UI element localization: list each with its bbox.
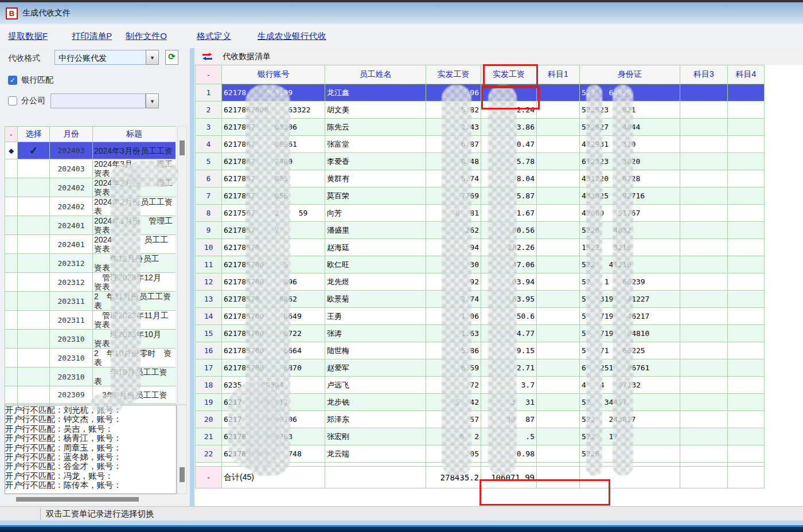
menu-extract-data[interactable]: 提取数据F <box>8 31 48 42</box>
month-list-row[interactable]: 2024012024 员工工资表 <box>5 235 176 254</box>
row-check-cell[interactable] <box>18 367 50 386</box>
format-label: 代收格式 <box>8 53 40 64</box>
row-check-cell[interactable] <box>18 386 50 404</box>
row-check-cell[interactable] <box>18 311 50 330</box>
format-dropdown-arrow-icon[interactable]: ▼ <box>146 50 159 65</box>
total-name-cell <box>325 467 426 488</box>
subject4-cell <box>728 411 765 428</box>
menu-print-list[interactable]: 打印清单P <box>72 31 112 42</box>
employee-name-cell: 龙江鑫 <box>325 84 426 101</box>
mismatch-message-panel: 开户行不匹配：刘光杭，账号：开户行不匹配：钟文杰，账号：开户行不匹配：吴吉，账号… <box>5 405 177 494</box>
subject3-cell <box>680 377 728 394</box>
subject4-cell <box>728 291 765 308</box>
filler-cell <box>537 463 580 467</box>
subject3-cell <box>680 394 728 411</box>
total-marker: - <box>196 467 222 488</box>
row-check-cell[interactable] <box>18 349 50 367</box>
table-header-6[interactable]: 身份证 <box>580 65 680 84</box>
row-indicator <box>5 330 18 349</box>
highlight-box-total-salary <box>480 479 610 506</box>
row-number: 9 <box>196 222 222 239</box>
employee-name-cell: 张涛 <box>325 325 426 342</box>
subject4-cell <box>728 170 765 187</box>
table-header-2[interactable]: 员工姓名 <box>325 65 426 84</box>
month-list-scrollbar[interactable] <box>177 126 187 405</box>
month-list-row[interactable]: 202310 理2023年10月 资表 <box>5 330 176 349</box>
month-list-row[interactable]: 2023102 年10月份零时 资表 <box>5 349 176 367</box>
branch-combobox[interactable] <box>50 93 146 108</box>
message-panel-hscrollbar[interactable] <box>5 495 187 504</box>
filler-cell <box>325 463 426 467</box>
row-number: 7 <box>196 187 222 205</box>
table-header-3[interactable]: 实发工资 <box>426 65 481 84</box>
row-check-cell[interactable] <box>18 254 50 273</box>
employee-name-cell: 龙先煜 <box>325 273 426 291</box>
format-combobox[interactable]: 中行公账代发 <box>54 50 146 65</box>
subject3-cell <box>680 101 728 119</box>
month-list-row[interactable]: ◆✓2024032024年3月份员工工资 <box>5 142 176 159</box>
month-list-row[interactable]: 202311 管理2023年11月工资表 <box>5 311 176 330</box>
month-list-row[interactable]: 2024022024年2月份员工工资表 <box>5 197 176 216</box>
menu-make-file[interactable]: 制作文件O <box>126 31 167 42</box>
month-cell: 202402 <box>50 178 93 197</box>
subject3-cell <box>680 342 728 359</box>
month-list-row[interactable]: 2023112 年11月份员工工资表 <box>5 292 176 311</box>
subject4-cell <box>728 325 765 342</box>
bank-match-checkbox[interactable]: ✓ <box>8 76 17 85</box>
subject1-cell <box>537 84 580 101</box>
menu-abc-bank-generate[interactable]: 生成农业银行代收 <box>258 31 326 42</box>
employee-name-cell: 赵爱军 <box>325 359 426 377</box>
month-list-row[interactable]: 202310 年10月员工工资表 <box>5 367 176 386</box>
row-check-cell[interactable] <box>18 330 50 349</box>
month-list-row[interactable]: 202309 3年9月份员工工资 <box>5 386 176 404</box>
month-list-row[interactable]: 2024012024年1月份 管理工资表 <box>5 216 176 235</box>
month-list-row[interactable]: 202312 管理2023年12月 资表 <box>5 273 176 292</box>
mismatch-message: 开户行不匹配：吴吉，账号： <box>5 424 176 433</box>
table-header-1[interactable]: 银行账号 <box>222 65 325 84</box>
table-header-8[interactable]: 科目4 <box>728 65 765 84</box>
subject1-cell <box>537 136 580 153</box>
blur-patch <box>128 161 178 187</box>
table-header-0[interactable]: - <box>196 65 222 84</box>
subject4-cell <box>728 136 765 153</box>
branch-dropdown-arrow-icon[interactable]: ▼ <box>146 93 159 108</box>
row-check-cell[interactable] <box>18 273 50 292</box>
menu-format-define[interactable]: 格式定义 <box>197 31 231 42</box>
table-header-5[interactable]: 科目1 <box>537 65 580 84</box>
subject3-cell <box>680 187 728 205</box>
month-cell: 202310 <box>50 349 93 367</box>
subject1-cell <box>537 394 580 411</box>
row-check-cell[interactable]: ✓ <box>18 142 50 159</box>
employee-name-cell: 卢远飞 <box>325 377 426 394</box>
row-check-cell[interactable] <box>18 159 50 178</box>
message-panel-scrollbar[interactable] <box>177 405 187 494</box>
row-indicator <box>5 159 18 178</box>
refresh-icon[interactable]: ⟳ <box>165 50 178 65</box>
row-indicator <box>5 311 18 330</box>
row-check-cell[interactable] <box>18 178 50 197</box>
branch-checkbox[interactable] <box>8 96 17 105</box>
month-cell: 202311 <box>50 311 93 330</box>
employee-name-cell: 龙云端 <box>325 445 426 463</box>
employee-name-cell: 欧仁旺 <box>325 256 426 273</box>
total-empty-cell <box>680 467 728 488</box>
table-header-7[interactable]: 科目3 <box>680 65 728 84</box>
highlight-box-salary-header <box>483 64 538 87</box>
subject4-cell <box>728 119 765 136</box>
row-indicator <box>5 178 18 197</box>
row-check-cell[interactable] <box>18 292 50 311</box>
row-check-cell[interactable] <box>18 216 50 235</box>
panel-divider[interactable] <box>190 48 194 506</box>
employee-name-cell: 欧景菊 <box>325 291 426 308</box>
subject4-cell <box>728 256 765 273</box>
month-list-row[interactable]: 202312 年12月份员工 资表 <box>5 254 176 273</box>
subject3-cell <box>680 325 728 342</box>
subject1-cell <box>537 359 580 377</box>
branch-label: 分公司 <box>21 96 45 106</box>
total-empty-cell <box>728 467 765 488</box>
mismatch-message: 开户行不匹配：冯龙，账号： <box>5 471 176 480</box>
row-check-cell[interactable] <box>18 197 50 216</box>
status-text: 双击工资单记录进行选择切换 <box>46 508 154 519</box>
subject3-cell <box>680 428 728 445</box>
row-check-cell[interactable] <box>18 235 50 254</box>
